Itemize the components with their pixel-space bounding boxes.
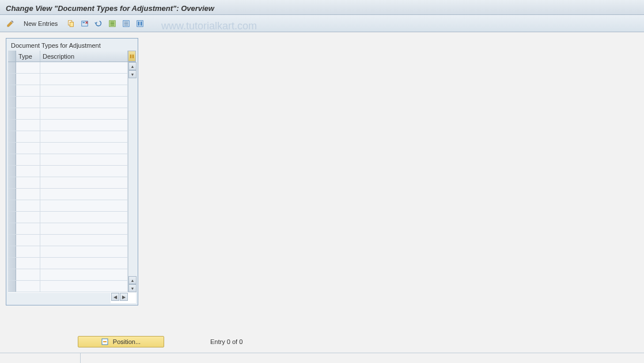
table-row bbox=[8, 269, 128, 281]
cell-description[interactable] bbox=[40, 281, 128, 292]
scroll-down-button-2[interactable]: ▼ bbox=[128, 284, 137, 292]
cell-type[interactable] bbox=[16, 223, 40, 234]
row-selector[interactable] bbox=[8, 120, 16, 131]
cell-type[interactable] bbox=[16, 154, 40, 165]
row-selector[interactable] bbox=[8, 143, 16, 154]
row-selector[interactable] bbox=[8, 74, 16, 85]
table-row bbox=[8, 166, 128, 177]
cell-type[interactable] bbox=[16, 177, 40, 188]
svg-rect-9 bbox=[124, 21, 128, 22]
svg-rect-18 bbox=[103, 341, 107, 342]
cell-type[interactable] bbox=[16, 258, 40, 269]
row-selector[interactable] bbox=[8, 258, 16, 269]
scroll-up-button-2[interactable]: ▲ bbox=[128, 276, 137, 284]
undo-button[interactable] bbox=[93, 18, 104, 29]
scroll-right-button[interactable]: ▶ bbox=[120, 293, 128, 301]
copy-button[interactable] bbox=[65, 18, 77, 29]
vertical-scrollbar[interactable]: ▲ ▼ ▲ ▼ bbox=[128, 62, 136, 292]
cell-type[interactable] bbox=[16, 269, 40, 280]
cell-type[interactable] bbox=[16, 212, 40, 223]
cell-description[interactable] bbox=[40, 246, 128, 257]
cell-description[interactable] bbox=[40, 143, 128, 154]
column-config-button[interactable] bbox=[128, 51, 136, 62]
cell-description[interactable] bbox=[40, 200, 128, 211]
table-container: Type Description ▲ ▼ bbox=[8, 51, 136, 303]
scroll-left-button[interactable]: ◀ bbox=[111, 293, 119, 301]
new-entries-label: New Entries bbox=[24, 20, 58, 27]
row-selector[interactable] bbox=[8, 235, 16, 246]
hscroll-track[interactable] bbox=[8, 293, 111, 303]
row-selector[interactable] bbox=[8, 131, 16, 142]
row-selector-header[interactable] bbox=[8, 51, 16, 62]
cell-description[interactable] bbox=[40, 131, 128, 142]
table-panel: Document Types for Adjustment Type Descr… bbox=[6, 38, 138, 305]
cell-description[interactable] bbox=[40, 177, 128, 188]
cell-description[interactable] bbox=[40, 108, 128, 119]
cell-description[interactable] bbox=[40, 154, 128, 165]
table-row bbox=[8, 200, 128, 212]
cell-description[interactable] bbox=[40, 74, 128, 85]
row-selector[interactable] bbox=[8, 154, 16, 165]
table-row bbox=[8, 85, 128, 97]
row-selector[interactable] bbox=[8, 62, 16, 73]
cell-description[interactable] bbox=[40, 258, 128, 269]
row-selector[interactable] bbox=[8, 246, 16, 257]
select-all-button[interactable] bbox=[107, 18, 118, 29]
cell-description[interactable] bbox=[40, 85, 128, 96]
select-all-icon bbox=[108, 20, 116, 28]
configure-icon bbox=[136, 20, 144, 28]
cell-type[interactable] bbox=[16, 62, 40, 73]
cell-type[interactable] bbox=[16, 200, 40, 211]
row-selector[interactable] bbox=[8, 166, 16, 177]
row-selector[interactable] bbox=[8, 189, 16, 200]
cell-type[interactable] bbox=[16, 120, 40, 131]
cell-type[interactable] bbox=[16, 85, 40, 96]
cell-description[interactable] bbox=[40, 189, 128, 200]
table-body: ▲ ▼ ▲ ▼ bbox=[8, 62, 136, 292]
cell-description[interactable] bbox=[40, 235, 128, 246]
cell-type[interactable] bbox=[16, 143, 40, 154]
cell-type[interactable] bbox=[16, 97, 40, 108]
deselect-all-button[interactable] bbox=[120, 18, 132, 29]
table-row bbox=[8, 131, 128, 143]
delete-button[interactable] bbox=[79, 18, 90, 29]
row-selector[interactable] bbox=[8, 97, 16, 108]
cell-type[interactable] bbox=[16, 74, 40, 85]
svg-rect-11 bbox=[124, 24, 128, 25]
delete-icon bbox=[81, 20, 89, 28]
row-selector[interactable] bbox=[8, 177, 16, 188]
svg-rect-10 bbox=[124, 23, 128, 24]
cell-type[interactable] bbox=[16, 189, 40, 200]
cell-type[interactable] bbox=[16, 281, 40, 292]
row-selector[interactable] bbox=[8, 85, 16, 96]
row-selector[interactable] bbox=[8, 281, 16, 292]
cell-description[interactable] bbox=[40, 166, 128, 177]
cell-type[interactable] bbox=[16, 166, 40, 177]
row-selector[interactable] bbox=[8, 200, 16, 211]
column-header-type[interactable]: Type bbox=[16, 51, 40, 62]
column-header-description[interactable]: Description bbox=[40, 51, 128, 62]
table-config-icon bbox=[130, 54, 134, 59]
cell-description[interactable] bbox=[40, 212, 128, 223]
configure-button[interactable] bbox=[134, 18, 146, 29]
toggle-edit-button[interactable] bbox=[5, 18, 16, 29]
cell-description[interactable] bbox=[40, 97, 128, 108]
position-button[interactable]: Position... bbox=[78, 336, 164, 347]
row-selector[interactable] bbox=[8, 212, 16, 223]
scroll-up-button[interactable]: ▲ bbox=[128, 62, 137, 70]
cell-description[interactable] bbox=[40, 120, 128, 131]
cell-type[interactable] bbox=[16, 108, 40, 119]
cell-type[interactable] bbox=[16, 235, 40, 246]
cell-description[interactable] bbox=[40, 269, 128, 280]
row-selector[interactable] bbox=[8, 269, 16, 280]
row-selector[interactable] bbox=[8, 108, 16, 119]
table-row bbox=[8, 154, 128, 166]
cell-description[interactable] bbox=[40, 62, 128, 73]
cell-description[interactable] bbox=[40, 223, 128, 234]
new-entries-button[interactable]: New Entries bbox=[18, 18, 63, 29]
scroll-down-button[interactable]: ▼ bbox=[128, 70, 137, 78]
cell-type[interactable] bbox=[16, 131, 40, 142]
cell-type[interactable] bbox=[16, 246, 40, 257]
row-selector[interactable] bbox=[8, 223, 16, 234]
table-row bbox=[8, 246, 128, 258]
